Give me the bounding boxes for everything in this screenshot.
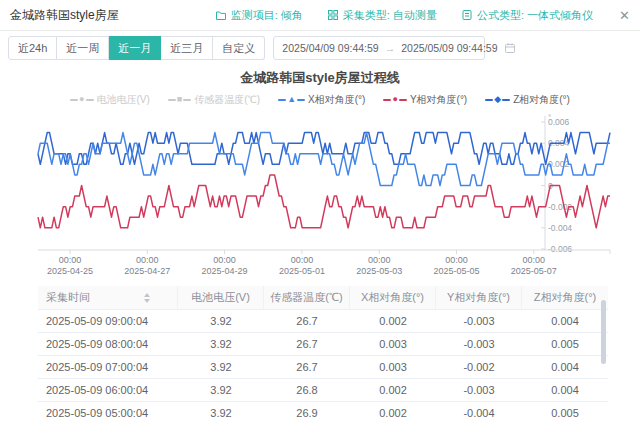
x-axis-label: 00:002025-04-27 [124, 255, 170, 275]
table-body: 2025-05-09 09:00:043.9226.70.002-0.0030.… [38, 310, 608, 423]
legend-item-0[interactable]: ●电池电压(V) [70, 93, 150, 107]
x-axis-label: 00:002025-04-29 [202, 255, 248, 275]
legend-line [485, 99, 493, 101]
range-button-0[interactable]: 近24h [8, 36, 57, 60]
table-header-cell: X相对角度(°) [350, 286, 436, 309]
folder-icon [215, 9, 227, 21]
header-tag: 监测项目: 倾角 [215, 8, 303, 23]
table-cell: 0.003 [350, 356, 436, 378]
table-header-cell: Y相对角度(°) [436, 286, 522, 309]
legend-square-icon: ■ [177, 95, 182, 104]
range-button-3[interactable]: 近三月 [161, 36, 213, 60]
legend-circle-icon: ● [392, 95, 397, 104]
table-header-row: 采集时间电池电压(V)传感器温度(℃)X相对角度(°)Y相对角度(°)Z相对角度… [38, 286, 608, 310]
table-cell: 26.7 [264, 310, 350, 332]
legend-item-3[interactable]: ●Y相对角度(°) [383, 93, 467, 107]
y-axis-label: -0.004 [548, 223, 572, 233]
table-cell: 3.92 [178, 356, 264, 378]
toolbar: 近24h近一周近一月近三月自定义 2025/04/09 09:44:59 → 2… [8, 36, 632, 60]
legend-line [70, 99, 78, 101]
date-arrow-icon: → [385, 42, 396, 54]
close-icon[interactable]: ✕ [619, 9, 630, 22]
header-tag-label: 监测项目: 倾角 [231, 8, 303, 23]
date-range-picker[interactable]: 2025/04/09 09:44:59 → 2025/05/09 09:44:5… [273, 36, 485, 60]
legend-line [278, 99, 286, 101]
panel-header: 金城路韩国style房屋 监测项目: 倾角采集类型: 自动测量公式类型: 一体式… [0, 0, 640, 31]
table-cell: 0.005 [522, 402, 608, 423]
table-row: 2025-05-09 08:00:043.9226.70.003-0.0030.… [38, 333, 608, 356]
calendar-icon [504, 42, 516, 54]
table-cell: 0.004 [522, 310, 608, 332]
legend-label: 电池电压(V) [97, 93, 150, 107]
sort-caret-icon[interactable] [144, 293, 150, 303]
y-axis-label: 0.006 [548, 117, 570, 127]
legend-line [168, 99, 176, 101]
table-header-cell: 电池电压(V) [178, 286, 264, 309]
table-cell: 26.7 [264, 333, 350, 355]
legend-item-2[interactable]: ▲X相对角度(°) [278, 93, 365, 107]
header-tag: 公式类型: 一体式倾角仪 [461, 8, 593, 23]
table-cell: -0.004 [436, 402, 522, 423]
table-row: 2025-05-09 06:00:043.9226.80.002-0.0030.… [38, 379, 608, 402]
header-tags: 监测项目: 倾角采集类型: 自动测量公式类型: 一体式倾角仪 [215, 8, 593, 23]
chart-legend: ●电池电压(V)■传感器温度(℃)▲X相对角度(°)●Y相对角度(°)◆Z相对角… [0, 93, 640, 106]
table-header-label: X相对角度(°) [361, 291, 424, 303]
legend-line [502, 99, 510, 101]
range-button-4[interactable]: 自定义 [213, 36, 265, 60]
table-cell: 0.004 [522, 379, 608, 401]
date-start[interactable]: 2025/04/09 09:44:59 [282, 42, 378, 54]
legend-line [399, 99, 407, 101]
page-title: 金城路韩国style房屋 [10, 7, 119, 24]
x-axis-label: 00:002025-04-25 [47, 255, 93, 275]
table-cell: 3.92 [178, 379, 264, 401]
legend-label: 传感器温度(℃) [194, 93, 260, 107]
device-detail-panel: 金城路韩国style房屋 监测项目: 倾角采集类型: 自动测量公式类型: 一体式… [0, 0, 640, 423]
date-end[interactable]: 2025/05/09 09:44:59 [401, 42, 497, 54]
y-axis-label: -0.006 [548, 244, 572, 254]
table-cell: 2025-05-09 05:00:04 [38, 402, 178, 423]
chart-title: 金城路韩国style房屋过程线 [0, 69, 640, 87]
document-icon [461, 9, 473, 21]
x-axis-label: 00:002025-05-05 [433, 255, 479, 275]
table-cell: 0.002 [350, 402, 436, 423]
x-axis-label: 00:002025-05-07 [511, 255, 557, 275]
table-cell: 26.8 [264, 379, 350, 401]
legend-label: Z相对角度(°) [513, 93, 570, 107]
x-axis-label: 00:002025-05-01 [279, 255, 325, 275]
table-row: 2025-05-09 07:00:043.9226.70.003-0.0020.… [38, 356, 608, 379]
table-cell: -0.003 [436, 333, 522, 355]
data-table: 采集时间电池电压(V)传感器温度(℃)X相对角度(°)Y相对角度(°)Z相对角度… [38, 286, 608, 423]
range-button-1[interactable]: 近一周 [57, 36, 109, 60]
x-axis-label: 00:002025-05-03 [356, 255, 402, 275]
legend-diamond-icon: ◆ [494, 95, 501, 104]
legend-item-1[interactable]: ■传感器温度(℃) [168, 93, 260, 107]
grid-icon [327, 9, 339, 21]
legend-line [297, 99, 305, 101]
table-cell: 26.9 [264, 402, 350, 423]
table-row: 2025-05-09 09:00:043.9226.70.002-0.0030.… [38, 310, 608, 333]
range-button-2[interactable]: 近一月 [109, 36, 161, 60]
legend-label: X相对角度(°) [308, 93, 365, 107]
table-cell: 2025-05-09 07:00:04 [38, 356, 178, 378]
table-scrollbar-thumb[interactable] [601, 300, 606, 364]
table-row: 2025-05-09 05:00:043.9226.90.002-0.0040.… [38, 402, 608, 423]
table-cell: 3.92 [178, 310, 264, 332]
table-cell: 2025-05-09 08:00:04 [38, 333, 178, 355]
legend-circle-icon: ● [79, 95, 84, 104]
table-cell: 3.92 [178, 402, 264, 423]
table-cell: 0.003 [350, 333, 436, 355]
legend-triangle-icon: ▲ [287, 95, 296, 104]
table-cell: 0.002 [350, 310, 436, 332]
process-line-chart: °0.0060.0040.0020-0.002-0.004-0.00600:00… [0, 111, 640, 275]
table-cell: 26.7 [264, 356, 350, 378]
legend-line [86, 99, 94, 101]
table-header-cell: 采集时间 [38, 286, 178, 309]
table-cell: 0.002 [350, 379, 436, 401]
table-header-cell: 传感器温度(℃) [264, 286, 350, 309]
legend-line [383, 99, 391, 101]
legend-item-4[interactable]: ◆Z相对角度(°) [485, 93, 570, 107]
table-cell: -0.003 [436, 310, 522, 332]
table-header-cell: Z相对角度(°) [522, 286, 608, 309]
table-cell: 0.005 [522, 333, 608, 355]
table-header-label: 采集时间 [46, 286, 90, 309]
